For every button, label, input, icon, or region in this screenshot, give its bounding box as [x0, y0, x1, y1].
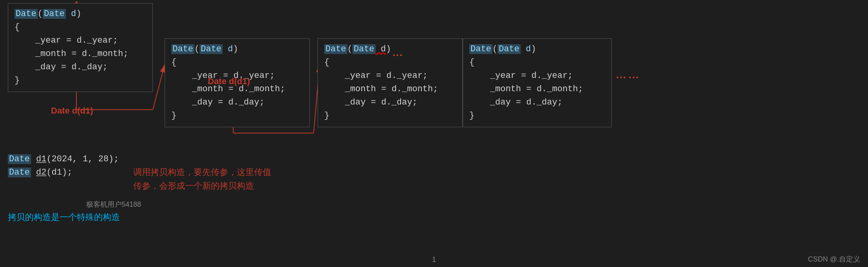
svg-line-3	[153, 65, 165, 110]
panel1-line1: Date(Date d)	[15, 7, 146, 21]
panel2-line6: }	[171, 109, 303, 123]
panel4-line6: }	[469, 109, 605, 123]
panel3-line2: {	[324, 56, 456, 69]
panel4-line4: _month = d._month;	[469, 83, 605, 96]
panel1-line6: }	[15, 74, 146, 87]
csdn-label: CSDN @.自定义	[808, 254, 860, 264]
panel-1: Date(Date d) { _year = d._year; _month =…	[8, 3, 153, 92]
bottom-annotation-1: 调用拷贝构造，要先传参，这里传值	[133, 166, 271, 178]
panel3-line3: _year = d._year;	[324, 69, 456, 83]
panel2-line1: Date(Date d)	[171, 43, 303, 56]
panel1-line2: {	[15, 21, 146, 34]
panel2-line5: _day = d._day;	[171, 96, 303, 109]
panel3-line4: _month = d._month;	[324, 83, 456, 96]
panel3-line5: _day = d._day;	[324, 96, 456, 109]
panel-4: Date(Date d) { _year = d._year; _month =…	[463, 38, 612, 127]
panel1-line3: _year = d._year;	[15, 34, 146, 47]
bottom-annotation-2: 传参，会形成一个新的拷贝构造	[133, 180, 254, 192]
panel1-line4: _month = d._month;	[15, 47, 146, 61]
panel4-line2: {	[469, 56, 605, 69]
panel4-line1: Date(Date d)	[469, 43, 605, 56]
watermark: 极客机用户54188	[86, 200, 141, 209]
panel3-line1: Date(Date d)	[324, 43, 456, 56]
bottom-note: 拷贝的构造是一个特殊的构造	[8, 211, 120, 223]
panel3-line6: }	[324, 109, 456, 123]
panel2-line2: {	[171, 56, 303, 69]
annotation-2: Date d(d1)	[208, 76, 250, 87]
annotation-1: Date d(d1)	[51, 106, 93, 116]
panel-3: Date(Date d) { _year = d._year; _month =…	[318, 38, 463, 127]
panel1-line5: _day = d._day;	[15, 61, 146, 74]
main-container: Date(Date d) { _year = d._year; _month =…	[0, 0, 868, 267]
bottom-line2: Date d2(d1);	[8, 166, 119, 179]
bottom-line1: Date d1(2024, 1, 28);	[8, 153, 119, 166]
panel4-line3: _year = d._year;	[469, 69, 605, 83]
panel4-line5: _day = d._day;	[469, 96, 605, 109]
page-number: 1	[432, 256, 436, 264]
dots-2: ……	[616, 69, 641, 81]
dots-1: …	[392, 46, 405, 59]
